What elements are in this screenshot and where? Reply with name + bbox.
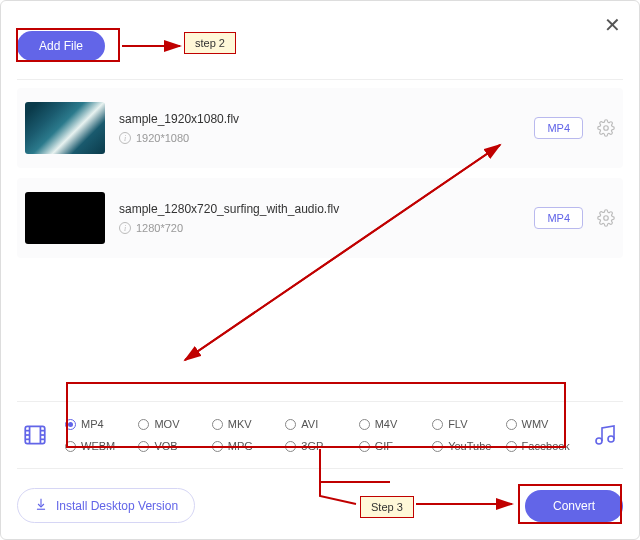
radio-icon — [212, 441, 223, 452]
radio-icon — [432, 419, 443, 430]
file-row: sample_1920x1080.flv i 1920*1080 MP4 — [17, 88, 623, 168]
format-option-flv[interactable]: FLV — [432, 418, 501, 430]
format-label: WEBM — [81, 440, 115, 452]
format-label: MKV — [228, 418, 252, 430]
convert-button[interactable]: Convert — [525, 490, 623, 522]
format-label: 3GP — [301, 440, 323, 452]
format-label: Facebook — [522, 440, 570, 452]
install-label: Install Desktop Version — [56, 499, 178, 513]
format-option-vob[interactable]: VOB — [138, 440, 207, 452]
svg-point-11 — [596, 438, 602, 444]
format-label: M4V — [375, 418, 398, 430]
music-icon[interactable] — [587, 423, 623, 447]
download-icon — [34, 497, 48, 514]
format-label: VOB — [154, 440, 177, 452]
format-grid: MP4MOVMKVAVIM4VFLVWMVWEBMVOBMPG3GPGIFYou… — [59, 418, 581, 452]
svg-point-1 — [604, 216, 609, 221]
radio-icon — [506, 441, 517, 452]
svg-point-0 — [604, 126, 609, 131]
format-option-gif[interactable]: GIF — [359, 440, 428, 452]
thumbnail — [25, 102, 105, 154]
format-label: GIF — [375, 440, 393, 452]
close-icon[interactable]: ✕ — [604, 15, 621, 35]
info-icon: i — [119, 222, 131, 234]
radio-icon — [285, 419, 296, 430]
gear-icon[interactable] — [597, 209, 615, 227]
resolution-text: 1920*1080 — [136, 132, 189, 144]
format-label: WMV — [522, 418, 549, 430]
radio-icon — [138, 419, 149, 430]
format-option-avi[interactable]: AVI — [285, 418, 354, 430]
radio-icon — [432, 441, 443, 452]
format-label: MP4 — [81, 418, 104, 430]
file-resolution: i 1280*720 — [119, 222, 520, 234]
radio-icon — [285, 441, 296, 452]
format-select-button[interactable]: MP4 — [534, 207, 583, 229]
add-file-button[interactable]: Add File — [17, 31, 105, 61]
format-label: MPG — [228, 440, 253, 452]
converter-window: ✕ Add File sample_1920x1080.flv i 1920*1… — [0, 0, 640, 540]
thumbnail — [25, 192, 105, 244]
file-resolution: i 1920*1080 — [119, 132, 520, 144]
format-option-youtube[interactable]: YouTube — [432, 440, 501, 452]
radio-icon — [65, 419, 76, 430]
radio-icon — [359, 419, 370, 430]
file-meta: sample_1920x1080.flv i 1920*1080 — [119, 112, 520, 144]
install-desktop-button[interactable]: Install Desktop Version — [17, 488, 195, 523]
svg-point-12 — [608, 436, 614, 442]
radio-icon — [506, 419, 517, 430]
video-icon[interactable] — [17, 422, 53, 448]
format-option-mkv[interactable]: MKV — [212, 418, 281, 430]
format-option-mov[interactable]: MOV — [138, 418, 207, 430]
format-option-3gp[interactable]: 3GP — [285, 440, 354, 452]
file-name: sample_1920x1080.flv — [119, 112, 520, 126]
bottom-bar: Install Desktop Version Convert — [17, 488, 623, 523]
resolution-text: 1280*720 — [136, 222, 183, 234]
divider — [17, 79, 623, 80]
file-list: sample_1920x1080.flv i 1920*1080 MP4 sam… — [17, 88, 623, 258]
format-panel: MP4MOVMKVAVIM4VFLVWMVWEBMVOBMPG3GPGIFYou… — [17, 401, 623, 469]
info-icon: i — [119, 132, 131, 144]
format-label: AVI — [301, 418, 318, 430]
file-name: sample_1280x720_surfing_with_audio.flv — [119, 202, 520, 216]
radio-icon — [212, 419, 223, 430]
format-option-m4v[interactable]: M4V — [359, 418, 428, 430]
format-label: MOV — [154, 418, 179, 430]
radio-icon — [65, 441, 76, 452]
file-row: sample_1280x720_surfing_with_audio.flv i… — [17, 178, 623, 258]
top-bar: Add File — [17, 31, 623, 61]
radio-icon — [138, 441, 149, 452]
format-option-facebook[interactable]: Facebook — [506, 440, 575, 452]
format-option-webm[interactable]: WEBM — [65, 440, 134, 452]
format-option-wmv[interactable]: WMV — [506, 418, 575, 430]
format-option-mp4[interactable]: MP4 — [65, 418, 134, 430]
format-select-button[interactable]: MP4 — [534, 117, 583, 139]
file-meta: sample_1280x720_surfing_with_audio.flv i… — [119, 202, 520, 234]
radio-icon — [359, 441, 370, 452]
format-label: YouTube — [448, 440, 491, 452]
format-option-mpg[interactable]: MPG — [212, 440, 281, 452]
gear-icon[interactable] — [597, 119, 615, 137]
format-label: FLV — [448, 418, 467, 430]
